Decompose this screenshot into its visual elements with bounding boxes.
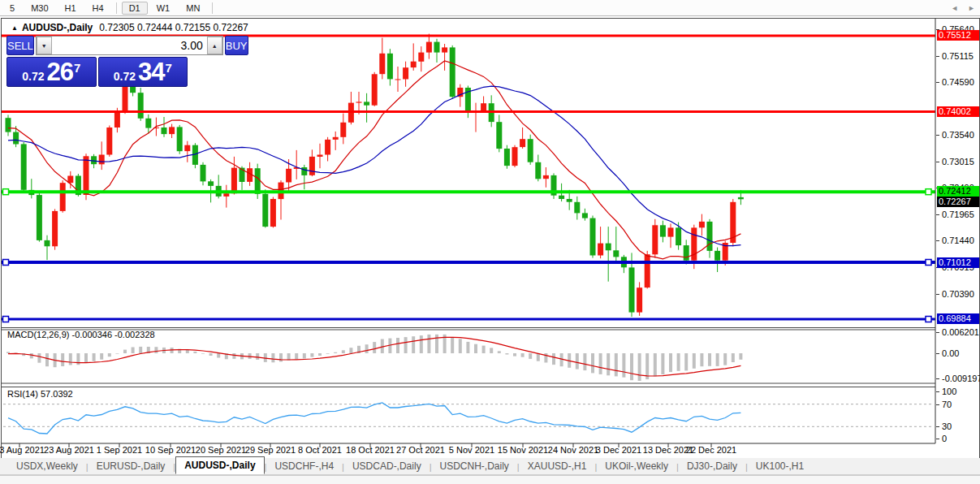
tf-w1[interactable]: W1 xyxy=(149,2,178,15)
sell-price-box[interactable]: 0.72 26 7 xyxy=(6,57,97,87)
price-line-label: 0.72267 xyxy=(937,197,979,207)
candle-body xyxy=(270,199,276,227)
candle-body xyxy=(411,62,417,67)
candle-body xyxy=(598,244,603,256)
tick-label: 30 xyxy=(942,421,952,431)
tab-usdcnh-daily[interactable]: USDCNH-,Daily xyxy=(432,458,517,474)
price-line-label: 0.72412 xyxy=(937,186,979,197)
candle-body xyxy=(364,102,369,105)
sell-button[interactable]: SELL xyxy=(6,36,34,55)
tick-label: 0 xyxy=(942,434,947,443)
volume-spinner: ▼ ▲ xyxy=(36,36,223,55)
candle-body xyxy=(660,225,666,236)
date-label: 18 Oct 2021 xyxy=(346,445,395,455)
macd-histogram-bar xyxy=(739,353,742,360)
tabs-scroll-right-icon[interactable]: ► xyxy=(968,4,975,12)
macd-histogram-bar xyxy=(115,353,119,354)
tab-eurusd-daily[interactable]: EURUSD-,Daily xyxy=(89,458,174,474)
tab-ukoil-weekly[interactable]: UKOil-,Weekly xyxy=(597,458,676,474)
buy-button[interactable]: BUY xyxy=(225,36,248,55)
macd-histogram-bar xyxy=(61,353,64,366)
tf-mn[interactable]: MN xyxy=(179,2,207,15)
tick-label: 0.75115 xyxy=(942,51,974,61)
candle-body xyxy=(208,181,214,186)
hline-handle xyxy=(926,317,931,322)
toolbar-separator xyxy=(116,2,117,14)
tick-mark xyxy=(936,426,939,427)
macd-histogram-bar xyxy=(396,338,399,353)
candle-body xyxy=(37,195,42,240)
hline-handle xyxy=(3,260,9,266)
candle-body xyxy=(684,245,689,261)
macd-histogram-bar xyxy=(654,353,657,376)
macd-histogram-bar xyxy=(622,353,625,378)
volume-increase-button[interactable]: ▲ xyxy=(207,37,222,54)
candle-body xyxy=(317,155,323,158)
candle-body xyxy=(387,54,393,80)
time-axis[interactable]: 13 Aug 202123 Aug 20211 Sep 202110 Sep 2… xyxy=(2,445,935,456)
macd-histogram-bar xyxy=(615,353,618,376)
macd-histogram-bar xyxy=(193,352,196,353)
tick-mark xyxy=(936,439,939,439)
macd-histogram-bar xyxy=(123,350,127,353)
tab-audusd-daily[interactable]: AUDUSD-,Daily xyxy=(175,456,264,474)
date-label: 15 Nov 2021 xyxy=(498,445,548,455)
tick-label: 100 xyxy=(942,387,956,396)
macd-histogram-bar xyxy=(186,350,189,353)
candle-body xyxy=(543,175,549,179)
date-label: 10 Sep 2021 xyxy=(145,445,196,455)
tab-usdchf-h4[interactable]: USDCHF-,H4 xyxy=(266,458,342,474)
candle-body xyxy=(91,156,97,164)
date-label: 20 Sep 2021 xyxy=(196,445,246,455)
candle-body xyxy=(333,137,339,140)
candle-body xyxy=(645,254,650,287)
macd-histogram-bar xyxy=(303,353,306,359)
date-label: 22 Dec 2021 xyxy=(686,445,736,455)
tab-xauusd-h1[interactable]: XAUUSD-,H1 xyxy=(520,458,595,474)
macd-histogram-bar xyxy=(607,353,610,375)
candle-body xyxy=(676,227,681,245)
sell-price-main: 26 xyxy=(46,60,72,84)
date-label: 27 Oct 2021 xyxy=(396,445,445,455)
tf-h1[interactable]: H1 xyxy=(58,2,84,15)
tab-dj30-daily[interactable]: DJ30-,Daily xyxy=(679,458,745,474)
tabs-scroll-left-icon[interactable]: ◄ xyxy=(951,4,958,12)
macd-histogram-bar xyxy=(217,353,220,358)
candle-body xyxy=(201,165,206,182)
volume-input[interactable] xyxy=(52,37,207,54)
macd-values: -0.000346 -0.002328 xyxy=(71,330,154,339)
tab-uk100-h1[interactable]: UK100-,H1 xyxy=(748,458,812,474)
macd-histogram-bar xyxy=(373,342,376,353)
tf-m30[interactable]: M30 xyxy=(24,2,55,15)
macd-histogram-bar xyxy=(412,336,415,353)
tick-mark xyxy=(936,56,939,57)
tick-label: 0.73015 xyxy=(942,157,974,166)
tf-d1[interactable]: D1 xyxy=(122,2,148,15)
macd-histogram-bar xyxy=(451,337,454,353)
tf-h4[interactable]: H4 xyxy=(85,2,111,15)
macd-histogram-bar xyxy=(576,353,579,369)
macd-histogram-bar xyxy=(139,347,142,353)
candle-body xyxy=(84,156,89,195)
price-line-label: 0.69884 xyxy=(937,313,979,324)
macd-histogram-bar xyxy=(723,353,727,365)
candle-body xyxy=(395,80,401,80)
tab-usdcad-daily[interactable]: USDCAD-,Daily xyxy=(344,458,430,474)
macd-histogram-bar xyxy=(466,342,469,353)
candle-body xyxy=(520,139,525,147)
tf-5[interactable]: 5 xyxy=(2,2,22,15)
price-axis[interactable]: 0.756400.751150.745900.735400.730150.724… xyxy=(936,19,979,456)
rsi-indicator-label: RSI(14) 57.0392 xyxy=(7,389,73,399)
macd-histogram-bar xyxy=(630,353,633,380)
macd-histogram-bar xyxy=(209,353,213,356)
tab-usdx-weekly[interactable]: USDX,Weekly xyxy=(8,458,86,474)
volume-decrease-button[interactable]: ▼ xyxy=(37,37,52,54)
tab-scroll-arrows: ◄ ► xyxy=(951,4,975,12)
candle-body xyxy=(738,197,744,199)
macd-histogram-bar xyxy=(6,352,10,353)
buy-price-box[interactable]: 0.72 34 7 xyxy=(98,57,188,87)
candle-body xyxy=(582,213,588,218)
date-label: 5 Nov 2021 xyxy=(449,445,494,455)
macd-histogram-bar xyxy=(93,353,96,361)
tick-mark xyxy=(936,240,939,241)
